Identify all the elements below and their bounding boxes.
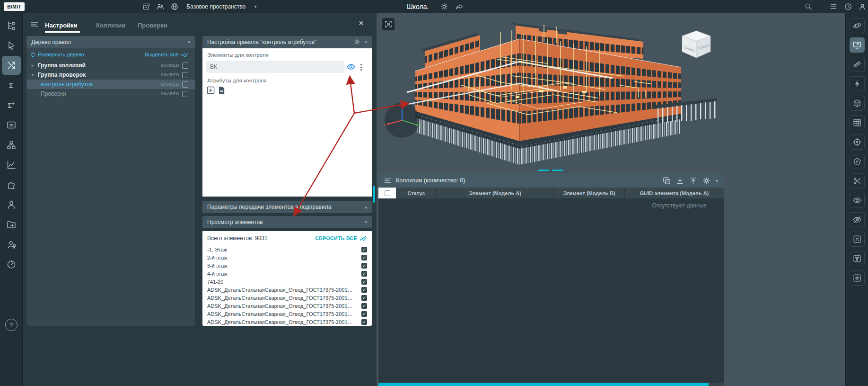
app-logo[interactable]: BIMIT: [4, 2, 25, 11]
collapse-chevron-icon[interactable]: ▾: [716, 178, 718, 183]
plugins-tool-icon[interactable]: [2, 175, 21, 194]
screen-tool-icon[interactable]: [850, 37, 865, 53]
upload-icon[interactable]: [689, 177, 697, 185]
list-item[interactable]: ADSK_ДетальСтальнаяСварная_Отвод_ГОСТ173…: [202, 318, 372, 326]
panel-drag-handle[interactable]: [538, 170, 549, 171]
column-element-a[interactable]: Элемент (Модель A): [436, 188, 553, 198]
tab-settings[interactable]: Настройки: [45, 22, 78, 29]
user-location-tool-icon[interactable]: [2, 235, 21, 254]
settings-gear-icon[interactable]: [702, 177, 710, 185]
tree-row-checkbox[interactable]: [182, 91, 188, 97]
preview-elements-header[interactable]: Просмотр элементов ▾: [202, 216, 372, 228]
item-checkbox-checked[interactable]: [361, 247, 367, 252]
column-guid-a[interactable]: GUID элемента (Модель A): [624, 188, 724, 198]
filter-box-tool-icon[interactable]: [850, 251, 865, 266]
tab-collisions[interactable]: Коллизии: [96, 22, 126, 29]
select-all-link[interactable]: Выделить всё: [145, 52, 178, 57]
item-checkbox-checked[interactable]: [361, 319, 367, 325]
item-checkbox-checked[interactable]: [361, 279, 367, 285]
expand-tree-link[interactable]: Развернуть дерево: [38, 52, 84, 57]
item-checkbox-checked[interactable]: [361, 295, 367, 301]
rule-settings-header[interactable]: Настройка правила "контроль атрибутов" ▾: [202, 36, 372, 48]
user-icon[interactable]: [858, 2, 867, 11]
polygon-tool-icon[interactable]: P: [850, 154, 865, 169]
orbit-tool-icon[interactable]: [850, 18, 865, 33]
item-checkbox-checked[interactable]: [361, 263, 367, 269]
settings-box-tool-icon[interactable]: [850, 270, 865, 286]
tree-row[interactable]: ▾ Группа проверок SHARED: [26, 70, 195, 80]
list-item[interactable]: 4-й этаж: [202, 269, 372, 278]
attribute-document-icon[interactable]: [218, 86, 226, 95]
transfer-params-header[interactable]: Параметры передачи элементов в подправил…: [202, 201, 372, 213]
view-2d-tool-icon[interactable]: 2D: [2, 116, 21, 135]
chevron-down-icon[interactable]: ▾: [365, 220, 367, 224]
project-settings-gear-icon[interactable]: [440, 2, 448, 11]
rule-tree-header[interactable]: Дерево правил ▾: [26, 36, 195, 48]
list-item[interactable]: ADSK_ДетальСтальнаяСварная_Отвод_ГОСТ173…: [202, 286, 372, 294]
list-item[interactable]: 2-й этаж: [202, 253, 372, 261]
caret-down-icon[interactable]: ▾: [30, 72, 35, 77]
list-icon[interactable]: [829, 2, 838, 11]
tree-row[interactable]: ▸ Группа коллизий SHARED: [26, 61, 195, 70]
collisions-menu-icon[interactable]: [384, 177, 391, 184]
tree-row-selected[interactable]: контроль атрибутов SHARED: [26, 80, 195, 89]
item-checkbox-checked[interactable]: [361, 303, 367, 309]
lightning-tool-icon[interactable]: [850, 76, 865, 91]
elements-more-icon[interactable]: [360, 64, 362, 71]
list-item[interactable]: ADSK_ДетальСтальнаяСварная_Отвод_ГОСТ173…: [202, 310, 372, 318]
list-item[interactable]: -1. Этаж: [202, 245, 372, 253]
user-tool-icon[interactable]: [2, 195, 21, 214]
archive-icon[interactable]: [142, 2, 150, 11]
list-item[interactable]: ADSK_ДетальСтальнаяСварная_Отвод_ГОСТ173…: [202, 302, 372, 310]
rules-tree-tool-icon[interactable]: [2, 16, 21, 35]
tree-row-checkbox[interactable]: [182, 72, 188, 78]
item-checkbox-checked[interactable]: [361, 311, 367, 317]
viewport-3d[interactable]: Слева Сзади X Y Z Коллизии (количество: …: [377, 13, 845, 386]
list-item[interactable]: 3-й этаж: [202, 261, 372, 269]
group-elements-icon[interactable]: [663, 177, 671, 185]
target-tool-icon[interactable]: [850, 135, 865, 150]
chevron-down-icon[interactable]: ▾: [365, 40, 367, 45]
hide-eye-off-tool-icon[interactable]: [850, 212, 865, 227]
shared-folder-tool-icon[interactable]: [2, 215, 21, 234]
structure-tool-icon[interactable]: [2, 135, 21, 154]
workspace-globe-icon[interactable]: [170, 2, 179, 11]
column-element-b[interactable]: Элемент (Модель B): [553, 188, 624, 198]
column-status[interactable]: Статус: [396, 188, 436, 198]
download-icon[interactable]: [676, 177, 684, 185]
caret-right-icon[interactable]: ▸: [30, 63, 35, 68]
axis-gizmo[interactable]: X Y Z: [380, 99, 424, 140]
add-attribute-icon[interactable]: [207, 86, 215, 95]
panel-scrollbar-thumb[interactable]: [373, 186, 375, 203]
team-icon[interactable]: [156, 2, 165, 11]
header-checkbox-cell[interactable]: [378, 188, 396, 198]
item-checkbox-checked[interactable]: [361, 287, 367, 293]
tree-row[interactable]: Проверки SHARED: [26, 89, 195, 99]
item-checkbox-checked[interactable]: [361, 255, 367, 260]
elements-input[interactable]: ВК: [206, 61, 344, 73]
show-eye-tool-icon[interactable]: [850, 193, 865, 208]
list-item[interactable]: 741-20: [202, 278, 372, 286]
tree-row-checkbox[interactable]: [182, 63, 188, 69]
fit-view-button[interactable]: [382, 18, 395, 30]
horizontal-scrollbar[interactable]: [378, 383, 724, 386]
chevron-down-icon[interactable]: ▾: [188, 40, 190, 45]
grid-tool-icon[interactable]: [850, 115, 865, 130]
view-cube[interactable]: Слева Сзади: [676, 28, 714, 60]
show-elements-eye-icon[interactable]: [346, 62, 356, 72]
collisions-tool-icon[interactable]: [2, 56, 21, 75]
chart-tool-icon[interactable]: [2, 155, 21, 174]
sum-tool-icon[interactable]: Σ: [2, 76, 21, 95]
clear-box-tool-icon[interactable]: [850, 232, 865, 247]
ruler-tool-icon[interactable]: [850, 57, 865, 72]
gauge-tool-icon[interactable]: [2, 255, 21, 274]
tab-checks[interactable]: Проверки: [138, 22, 167, 29]
sum-plus-tool-icon[interactable]: Σ+: [2, 96, 21, 115]
tree-row-checkbox[interactable]: [182, 81, 188, 88]
rule-gear-icon[interactable]: [353, 38, 361, 47]
list-item[interactable]: ADSK_ДетальСтальнаяСварная_Отвод_ГОСТ173…: [202, 294, 372, 302]
scrollbar-thumb[interactable]: [378, 383, 709, 386]
reset-all-link[interactable]: СБРОСИТЬ ВСЁ: [315, 235, 367, 241]
help-button[interactable]: ?: [5, 319, 18, 331]
cube-tool-icon[interactable]: [850, 96, 865, 111]
